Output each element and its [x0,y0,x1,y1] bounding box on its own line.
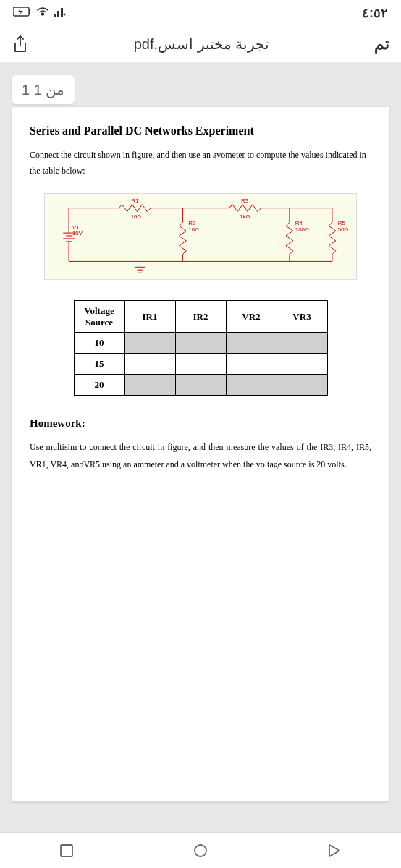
table-header-ir1: IR1 [124,301,175,333]
svg-rect-5 [61,8,63,17]
measurements-table: Voltage Source IR1 IR2 VR2 VR3 10 15 [74,300,328,396]
svg-rect-1 [29,9,30,14]
svg-text:10Ω: 10Ω [131,214,142,221]
experiment-intro: Connect the circuit shown in figure, and… [30,148,371,179]
svg-text:10V: 10V [72,230,83,237]
svg-point-2 [42,13,44,15]
homework-heading: Homework: [30,417,371,430]
svg-text:R1: R1 [132,197,139,204]
svg-rect-42 [61,845,72,856]
table-header-row: Voltage Source IR1 IR2 VR2 VR3 [74,301,327,333]
svg-text:R3: R3 [241,197,249,204]
back-button[interactable] [326,843,342,859]
circuit-diagram: V1 10V R1 10Ω R2 10Ω R3 1kΩ R4 100Ω R5 5… [44,193,357,280]
table-row: 10 [74,333,327,354]
pdf-page: Series and Parallel DC Networks Experime… [12,107,389,801]
svg-rect-4 [57,11,59,17]
share-icon[interactable] [12,35,29,53]
status-left [13,7,67,20]
svg-text:50Ω: 50Ω [338,226,349,233]
table-row: 20 [74,375,327,396]
home-button[interactable] [193,843,208,859]
experiment-title: Series and Parallel DC Networks Experime… [30,124,371,137]
svg-text:R5: R5 [338,220,346,226]
battery-icon [13,7,32,20]
wifi-icon [36,7,49,20]
svg-text:1kΩ: 1kΩ [240,214,250,221]
table-row: 15 [74,354,327,375]
svg-point-6 [64,14,66,16]
svg-text:R2: R2 [188,220,195,226]
svg-rect-3 [54,14,56,17]
status-bar: ٤:٥٢ [0,0,401,26]
table-header-ir2: IR2 [175,301,226,333]
nav-bar: تجربة مختبر اسس.pdf تم [0,26,401,62]
svg-text:R4: R4 [295,220,303,226]
svg-text:100Ω: 100Ω [295,226,309,233]
done-button[interactable]: تم [374,35,389,54]
homework-text: Use multisim to connect the circuit in f… [30,438,371,473]
status-time: ٤:٥٢ [362,5,388,21]
svg-point-43 [195,845,206,856]
page-counter: 1 من 1 [12,75,75,104]
system-nav-bar [0,832,401,868]
pdf-viewer-area[interactable]: 1 من 1 Series and Parallel DC Networks E… [0,62,401,832]
status-icons [13,7,67,20]
signal-icon [54,7,67,20]
svg-text:10Ω: 10Ω [188,226,199,233]
recent-apps-button[interactable] [59,843,75,859]
table-header-vr2: VR2 [226,301,277,333]
document-title: تجربة مختبر اسس.pdf [29,35,374,53]
table-header-vr3: VR3 [277,301,327,333]
table-header-voltage: Voltage Source [74,301,124,333]
